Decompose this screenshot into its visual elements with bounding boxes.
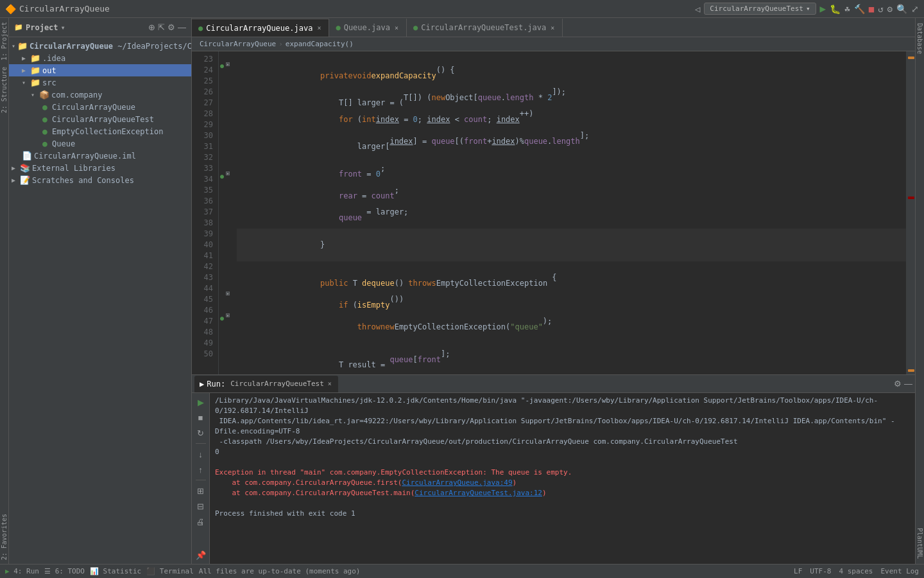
settings-button[interactable]: ⚙ bbox=[167, 22, 175, 32]
tree-item-scratches[interactable]: ▶ 📝 Scratches and Consoles bbox=[9, 174, 191, 186]
tree-arrow-src: ▾ bbox=[22, 79, 28, 86]
fold-marker-47[interactable]: ▾ bbox=[226, 313, 230, 317]
separator bbox=[196, 443, 206, 444]
debug-button[interactable]: 🐛 bbox=[830, 4, 841, 14]
rerun-btn[interactable]: ↻ bbox=[194, 426, 207, 439]
locate-file-button[interactable]: ⊕ bbox=[148, 22, 155, 32]
code-line-35: if (isEmpty()) bbox=[237, 294, 906, 316]
close-panel-button[interactable]: — bbox=[178, 22, 186, 32]
queue-file-icon: ● bbox=[40, 139, 50, 148]
scrollbar-track[interactable] bbox=[906, 51, 915, 374]
run-stack-line2: at com.company.CircularArrayQueueTest.ma… bbox=[215, 488, 910, 498]
error-stripe-mid bbox=[908, 197, 914, 199]
project-dropdown-arrow[interactable]: ▾ bbox=[61, 23, 65, 32]
package-label: com.company bbox=[51, 91, 102, 100]
code-content[interactable]: private void expandCapacity() { T[] larg… bbox=[229, 51, 906, 374]
fold-marker-24[interactable]: ▾ bbox=[226, 62, 230, 66]
line-numbers: 23 24 25 26 27 28 29 30 31 32 33 34 35 3… bbox=[192, 51, 219, 374]
scroll-up-btn[interactable]: ↑ bbox=[194, 463, 207, 476]
status-terminal[interactable]: ⬛ Terminal bbox=[146, 567, 194, 575]
sidebar-tab-structure[interactable]: 2: Structure bbox=[1, 66, 8, 114]
main-layout: 1: Project 2: Structure 2: Favorites 📁 P… bbox=[0, 18, 924, 564]
status-statistic[interactable]: 📊 Statistic bbox=[90, 567, 141, 575]
tree-item-extlibs[interactable]: ▶ 📚 External Libraries bbox=[9, 162, 191, 174]
tree-item-iml[interactable]: 📄 CircularArrayQueue.iml bbox=[9, 150, 191, 162]
tree-item-root[interactable]: ▾ 📁 CircularArrayQueue ~/IdeaProjects/Ci… bbox=[9, 40, 191, 52]
warn-stripe-bot bbox=[908, 369, 914, 372]
code-editor[interactable]: 23 24 25 26 27 28 29 30 31 32 33 34 35 3… bbox=[192, 51, 915, 374]
right-tab-plantuml[interactable]: PlantUML bbox=[916, 525, 923, 561]
stop-button[interactable]: ■ bbox=[869, 4, 874, 14]
tree-item-test[interactable]: ● CircularArrayQueueTest bbox=[9, 113, 191, 125]
code-line-33 bbox=[237, 261, 906, 272]
root-label: CircularArrayQueue ~/IdeaProjects/Circul… bbox=[30, 42, 191, 51]
fold-btn[interactable]: ⊟ bbox=[194, 500, 207, 512]
filter-btn[interactable]: ⊞ bbox=[194, 484, 207, 497]
rerun-button[interactable]: ↺ bbox=[878, 4, 883, 14]
tree-item-package[interactable]: ▾ 📦 com.company bbox=[9, 89, 191, 101]
run-button[interactable]: ▶ bbox=[820, 3, 826, 15]
tab-close-queue[interactable]: × bbox=[393, 24, 400, 31]
collapse-all-button[interactable]: ⇱ bbox=[158, 22, 165, 32]
todo-label: 6: TODO bbox=[55, 567, 85, 575]
nav-back-icon[interactable]: ◁ bbox=[695, 4, 700, 14]
build-button[interactable]: 🔨 bbox=[854, 4, 865, 14]
breadcrumb-method[interactable]: expandCapacity() bbox=[286, 40, 354, 48]
tree-item-queue[interactable]: ● Queue bbox=[9, 137, 191, 150]
run-link-1[interactable]: CircularArrayQueue.java:49 bbox=[402, 478, 512, 487]
maximize-icon[interactable]: ⤢ bbox=[911, 4, 919, 14]
tab-circular[interactable]: ● CircularArrayQueue.java × bbox=[192, 19, 329, 37]
status-line-ending[interactable]: LF bbox=[794, 567, 802, 575]
pin-btn[interactable]: 📌 bbox=[194, 548, 207, 561]
search-everywhere-icon[interactable]: 🔍 bbox=[896, 4, 907, 14]
status-event-log[interactable]: Event Log bbox=[880, 567, 919, 575]
run-stack-line1: at com.company.CircularArrayQueue.first(… bbox=[215, 478, 910, 488]
run-link-2[interactable]: CircularArrayQueueTest.java:12 bbox=[415, 489, 542, 497]
run-tab[interactable]: ▶ Run: CircularArrayQueueTest × bbox=[194, 376, 338, 392]
fold-marker-45[interactable]: ▾ bbox=[226, 292, 230, 295]
project-tree: ▾ 📁 CircularArrayQueue ~/IdeaProjects/Ci… bbox=[9, 37, 191, 564]
coverage-button[interactable]: ☘ bbox=[844, 4, 850, 14]
status-run[interactable]: ▶ 4: Run bbox=[5, 567, 39, 575]
right-tab-database[interactable]: Database bbox=[916, 21, 923, 57]
tree-item-circular[interactable]: ● CircularArrayQueue bbox=[9, 101, 191, 113]
tree-item-idea[interactable]: ▶ 📁 .idea bbox=[9, 52, 191, 64]
breadcrumb: CircularArrayQueue › expandCapacity() bbox=[192, 37, 915, 51]
status-encoding[interactable]: UTF-8 bbox=[810, 567, 831, 575]
run-output[interactable]: /Library/Java/JavaVirtualMachines/jdk-12… bbox=[210, 393, 915, 564]
separator2 bbox=[196, 480, 206, 480]
run-tab-close[interactable]: × bbox=[327, 380, 333, 387]
tree-item-src[interactable]: ▾ 📁 src bbox=[9, 76, 191, 89]
tree-item-exception[interactable]: ● EmptyCollectionException bbox=[9, 125, 191, 137]
tab-close-test[interactable]: × bbox=[549, 24, 556, 31]
tab-test[interactable]: ● CircularArrayQueueTest.java × bbox=[407, 19, 563, 37]
code-line-37 bbox=[237, 338, 906, 349]
fold-marker-34[interactable]: ▾ bbox=[226, 171, 230, 175]
statistic-label: Statistic bbox=[103, 567, 142, 575]
tab-queue[interactable]: ● Queue.java × bbox=[329, 19, 407, 37]
breadcrumb-class[interactable]: CircularArrayQueue bbox=[200, 40, 276, 48]
print-btn[interactable]: 🖨 bbox=[194, 515, 207, 528]
run-command-line2: IDEA.app/Contents/lib/idea_rt.jar=49222:… bbox=[215, 416, 910, 437]
status-indentation[interactable]: 4 spaces bbox=[839, 567, 873, 575]
code-line-29: front = 0; bbox=[237, 163, 906, 185]
code-line-31: queue = larger; bbox=[237, 207, 906, 229]
queue-label: Queue bbox=[52, 139, 75, 148]
settings-btn[interactable]: ⚙ bbox=[894, 379, 902, 389]
status-todo[interactable]: ☰ 6: TODO bbox=[44, 567, 85, 575]
sidebar-tab-favorites[interactable]: 2: Favorites bbox=[1, 512, 8, 561]
tree-item-out[interactable]: ▶ 📁 out bbox=[9, 64, 191, 76]
minimize-btn[interactable]: — bbox=[904, 379, 912, 389]
sidebar-tab-project[interactable]: 1: Project bbox=[1, 21, 8, 64]
project-icon: 📁 bbox=[14, 23, 23, 31]
run-config-dropdown[interactable]: CircularArrayQueueTest ▾ bbox=[704, 3, 816, 15]
settings-icon[interactable]: ⚙ bbox=[887, 4, 893, 14]
test-file-icon: ● bbox=[40, 114, 50, 124]
run-exception-line: Exception in thread "main" com.company.E… bbox=[215, 468, 910, 478]
tab-close-circular[interactable]: × bbox=[316, 24, 322, 31]
stop-btn[interactable]: ■ bbox=[194, 411, 207, 424]
iml-file-icon: 📄 bbox=[22, 151, 32, 161]
scroll-end-btn[interactable]: ↓ bbox=[194, 448, 207, 460]
window-controls: ◁ CircularArrayQueueTest ▾ ▶ 🐛 ☘ 🔨 ■ ↺ ⚙… bbox=[695, 3, 919, 15]
play-btn[interactable]: ▶ bbox=[194, 396, 207, 408]
